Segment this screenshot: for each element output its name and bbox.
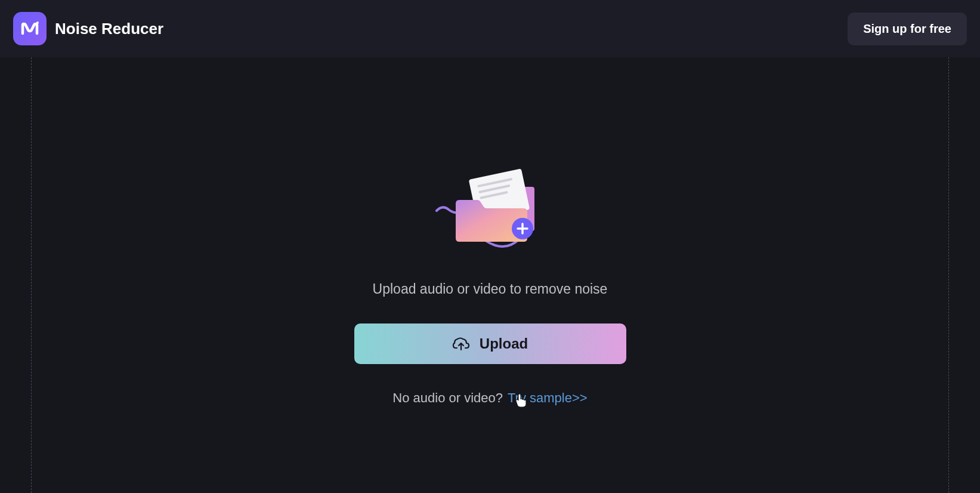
- app-title: Noise Reducer: [55, 20, 163, 38]
- header-left: Noise Reducer: [13, 12, 163, 45]
- upload-button[interactable]: Upload: [354, 323, 626, 364]
- cloud-upload-icon: [452, 336, 470, 352]
- upload-instruction-text: Upload audio or video to remove noise: [373, 281, 608, 297]
- app-logo[interactable]: [13, 12, 47, 45]
- upload-dropzone[interactable]: Upload audio or video to remove noise Up…: [31, 57, 949, 493]
- signup-button[interactable]: Sign up for free: [848, 13, 967, 45]
- sample-question-text: No audio or video?: [392, 390, 503, 406]
- logo-m-icon: [19, 18, 41, 39]
- try-sample-link[interactable]: Try sample>>: [508, 390, 588, 406]
- folder-upload-icon: [431, 169, 550, 252]
- upload-button-label: Upload: [480, 335, 528, 352]
- app-header: Noise Reducer Sign up for free: [0, 0, 980, 57]
- sample-row: No audio or video? Try sample>>: [392, 390, 587, 406]
- main-content: Upload audio or video to remove noise Up…: [12, 57, 968, 493]
- svg-point-0: [36, 21, 39, 24]
